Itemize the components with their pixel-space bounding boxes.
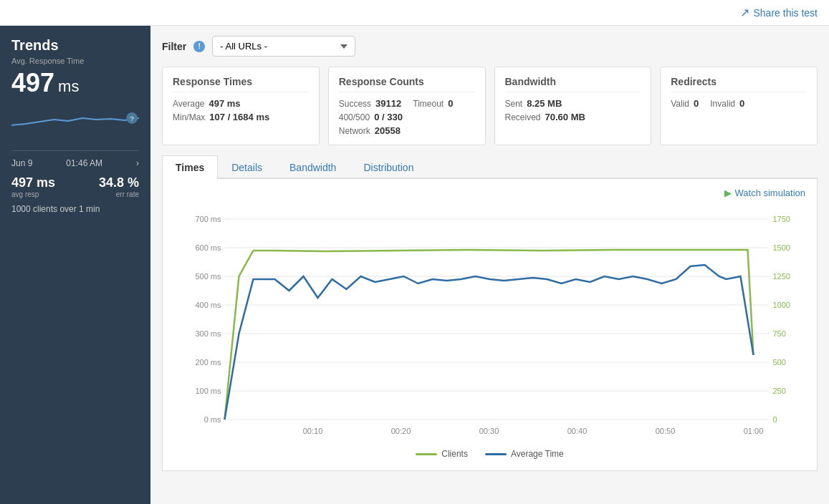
svg-text:1500: 1500 [773,243,790,252]
invalid-value: 0 [739,98,744,109]
sidebar-unit: ms [58,77,79,96]
tab-times[interactable]: Times [162,155,218,179]
top-bar: ↗ Share this test [0,0,829,26]
success-value: 39112 [375,98,401,109]
sidebar-sparkline: ? [11,104,139,132]
sidebar-date-row: Jun 9 01:46 AM › [11,158,139,168]
svg-text:1750: 1750 [773,215,790,223]
sidebar-title: Trends [11,37,139,54]
minmax-label: Min/Max [173,112,205,122]
svg-text:1250: 1250 [773,272,790,281]
filter-row: Filter ! - All URLs - [162,36,818,57]
svg-text:500 ms: 500 ms [195,272,221,281]
svg-text:00:30: 00:30 [479,427,499,435]
valid-value: 0 [694,98,699,109]
svg-text:250: 250 [773,387,786,395]
minmax-value: 107 / 1684 ms [209,112,269,122]
sent-item: Sent 8.25 MB [505,98,562,109]
clients-line-color [416,453,437,455]
tab-details[interactable]: Details [218,155,276,179]
clients-legend-label: Clients [441,449,468,459]
err-rate-value: 34.8 % [99,175,139,190]
watch-simulation-label: Watch simulation [735,188,806,198]
tabs-row: Times Details Bandwidth Distribution [162,155,818,179]
filter-info-badge[interactable]: ! [193,41,205,52]
sidebar-clients: 1000 clients over 1 min [11,204,139,214]
svg-text:00:40: 00:40 [567,427,588,435]
sidebar-subtitle: Avg. Response Time [11,57,139,65]
response-times-card: Response Times Average 497 ms Min/Max 10… [162,67,320,145]
valid-item: Valid 0 [671,98,699,109]
filter-select[interactable]: - All URLs - [212,36,355,57]
sidebar-avg-value: 497 [11,68,54,98]
network-value: 20558 [375,125,401,136]
svg-text:?: ? [130,115,134,122]
err-rate-block: 34.8 % err rate [99,175,139,198]
main-layout: Trends Avg. Response Time 497 ms ? Jun 9… [0,26,829,504]
received-value: 70.60 MB [545,112,585,122]
redirects-title: Redirects [671,76,807,92]
svg-text:00:50: 00:50 [656,427,676,435]
avgtime-line-color [485,453,507,455]
share-link[interactable]: ↗ Share this test [740,6,818,19]
svg-text:600 ms: 600 ms [195,243,221,252]
sidebar: Trends Avg. Response Time 497 ms ? Jun 9… [0,26,150,504]
timeout-item: Timeout 0 [413,98,453,109]
average-label: Average [173,99,204,109]
status400-label: 400/500 [339,112,370,122]
response-times-title: Response Times [173,76,309,92]
svg-text:01:00: 01:00 [744,427,764,435]
sent-value: 8.25 MB [527,98,562,109]
svg-text:0: 0 [773,415,777,424]
sent-label: Sent [505,99,523,109]
network-label: Network [339,126,370,136]
svg-text:00:20: 00:20 [391,427,411,435]
share-icon: ↗ [740,6,749,19]
average-value: 497 ms [209,98,240,109]
svg-text:100 ms: 100 ms [195,387,221,395]
svg-text:400 ms: 400 ms [195,301,221,309]
tab-distribution[interactable]: Distribution [350,155,427,179]
svg-text:00:10: 00:10 [303,427,323,435]
avg-resp-label: avg resp [11,190,55,198]
status400-item: 400/500 0 / 330 [339,112,403,122]
success-label: Success [339,99,371,109]
watch-simulation-button[interactable]: ▶ Watch simulation [724,188,806,198]
err-rate-label: err rate [99,190,139,198]
content-area: Filter ! - All URLs - Response Times Ave… [150,26,829,504]
status400-value: 0 / 330 [374,112,403,122]
sidebar-arrow: › [136,158,139,168]
legend-avg-time: Average Time [485,449,564,459]
average-item: Average 497 ms [173,98,241,109]
sidebar-time: 01:46 AM [66,158,102,168]
legend-clients: Clients [416,449,468,459]
response-counts-title: Response Counts [339,76,475,92]
avg-resp-block: 497 ms avg resp [11,175,55,198]
bandwidth-title: Bandwidth [505,76,641,92]
chart-area: ▶ Watch simulation 700 ms 600 ms [162,179,818,471]
svg-text:750: 750 [773,329,786,338]
timeout-label: Timeout [413,99,444,109]
network-item: Network 20558 [339,125,401,136]
success-item: Success 39112 [339,98,402,109]
avgtime-legend-label: Average Time [511,449,564,459]
received-item: Received 70.60 MB [505,112,585,122]
redirects-card: Redirects Valid 0 Invalid 0 [660,67,818,145]
sidebar-stats-row: 497 ms avg resp 34.8 % err rate [11,175,139,198]
received-label: Received [505,112,541,122]
chart-legend: Clients Average Time [174,449,805,459]
chart-container: 700 ms 600 ms 500 ms 400 ms 300 ms 200 m… [174,205,805,459]
filter-label: Filter [162,41,186,52]
invalid-label: Invalid [710,99,735,109]
timeout-value: 0 [448,98,453,109]
svg-text:0 ms: 0 ms [204,415,221,424]
tab-bandwidth[interactable]: Bandwidth [276,155,350,179]
svg-text:200 ms: 200 ms [195,358,221,367]
share-label: Share this test [754,7,818,19]
svg-text:500: 500 [773,358,786,367]
avg-resp-value: 497 ms [11,175,55,190]
sidebar-date: Jun 9 [11,158,32,168]
response-counts-card: Response Counts Success 39112 Timeout 0 … [328,67,486,145]
svg-text:300 ms: 300 ms [195,329,221,338]
play-icon: ▶ [724,188,732,198]
